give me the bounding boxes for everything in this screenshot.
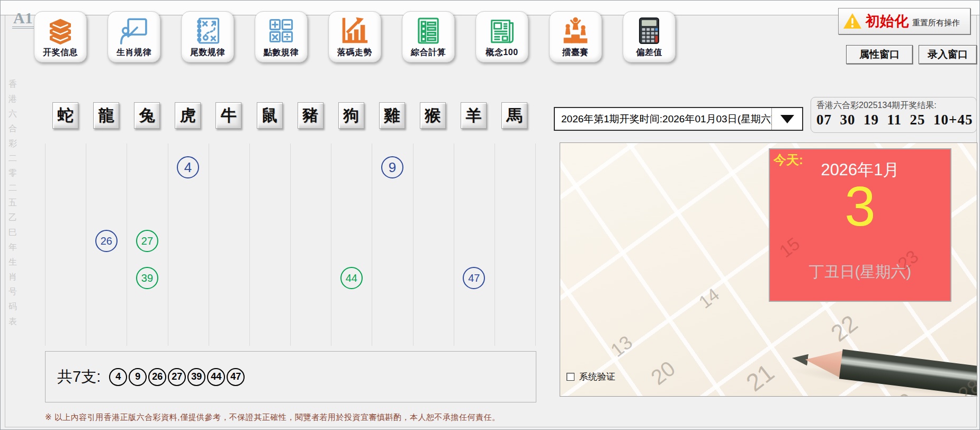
calendar-day-detail: 丁丑日(星期六): [770, 262, 950, 283]
tool-button-trend[interactable]: 落碼走勢: [328, 11, 381, 62]
tab-zodiac-10[interactable]: 猴: [420, 102, 446, 129]
tab-zodiac-4[interactable]: 虎: [175, 102, 201, 129]
vertical-title-char: 年: [7, 242, 19, 253]
tab-zodiac-6[interactable]: 鼠: [257, 102, 283, 129]
vertical-title-char: 巳: [7, 227, 19, 238]
pencil-wood-cone: [804, 346, 844, 378]
number-mark-27: 27: [136, 230, 158, 252]
column-gridline: [45, 144, 46, 346]
entry-window-button[interactable]: 录入窗口: [919, 45, 977, 64]
calendar-photo-number: 21: [742, 360, 778, 396]
tab-zodiac-7[interactable]: 豬: [298, 102, 323, 129]
left-vertical-title: 香港六合彩二零二五乙巳年生肖号码表: [7, 79, 19, 327]
summary-circle-number: 27: [168, 368, 186, 386]
vertical-title-char: 合: [7, 123, 19, 135]
tool-button-draw-info[interactable]: 开奖信息: [34, 11, 87, 62]
tool-button-point-rule[interactable]: 點數規律: [255, 11, 308, 62]
math-operations-icon: [266, 15, 296, 47]
column-gridline: [331, 144, 331, 346]
system-verify-checkbox[interactable]: [567, 373, 574, 381]
properties-window-button[interactable]: 属性窗口: [846, 45, 913, 64]
vertical-title-char: 表: [7, 316, 19, 327]
tool-button-label: 擂臺賽: [550, 47, 601, 58]
tool-button-label: 尾数规律: [182, 47, 233, 58]
period-dropdown[interactable]: 2026年第1期开奖时间:2026年01月03日(星期六): [554, 107, 803, 131]
summary-circle-number: 47: [227, 368, 245, 386]
vertical-title-char: 号: [7, 286, 19, 298]
column-gridline: [454, 144, 454, 346]
column-gridline: [86, 144, 86, 346]
vertical-title-char: 二: [7, 183, 19, 194]
tab-zodiac-11[interactable]: 羊: [461, 102, 487, 129]
dropdown-arrow-button[interactable]: [771, 108, 802, 130]
tool-button-composite[interactable]: 綜合計算: [402, 11, 455, 62]
calendar-photo-number: 20: [647, 357, 679, 389]
summary-circle-number: 9: [129, 368, 147, 386]
summary-box: 共7支: 492627394447: [45, 351, 536, 402]
tab-zodiac-1[interactable]: 蛇: [52, 102, 78, 129]
vertical-title-char: 生: [7, 257, 19, 268]
column-gridline: [372, 144, 372, 346]
chevron-down-icon: [780, 115, 794, 123]
calendar-photo-number: 13: [607, 332, 636, 360]
vertical-title-char: 乙: [7, 212, 19, 223]
tab-zodiac-3[interactable]: 兔: [134, 102, 160, 129]
strategy-notebook-icon: [192, 15, 223, 47]
newspaper-icon: [487, 15, 517, 47]
period-dropdown-value: 2026年第1期开奖时间:2026年01月03日(星期六): [555, 112, 771, 126]
initialize-button[interactable]: 初始化 重置所有操作: [838, 8, 970, 34]
summary-label: 共7支:: [57, 366, 105, 388]
tab-zodiac-9[interactable]: 雞: [379, 102, 405, 129]
number-mark-39: 39: [136, 267, 158, 289]
number-mark-47: 47: [463, 267, 485, 289]
tool-button-label: 概念100: [476, 47, 528, 58]
tool-button-label: 偏差值: [623, 47, 675, 58]
tool-button-zodiac-rule[interactable]: 生肖规律: [107, 11, 160, 62]
column-gridline: [290, 144, 291, 346]
podium-winners-icon: [560, 15, 591, 47]
column-gridline: [209, 144, 209, 346]
vertical-title-char: 彩: [7, 138, 19, 149]
vertical-title-char: 六: [7, 109, 19, 120]
number-mark-9: 9: [381, 156, 403, 178]
tab-zodiac-12[interactable]: 馬: [501, 102, 527, 129]
disclaimer-text: ※ 以上內容引用香港正版六合彩資料,僅提供參考，不保證其正確性，閱覽者若用於投資…: [45, 413, 500, 423]
app-window: A1 开奖信息 生肖规律: [0, 0, 980, 430]
tool-button-label: 开奖信息: [34, 47, 86, 58]
system-verify-row: 系统验证: [567, 371, 615, 383]
tab-zodiac-2[interactable]: 龍: [93, 102, 119, 129]
system-verify-label: 系统验证: [579, 371, 615, 383]
presenter-board-icon: [119, 15, 149, 47]
number-mark-4: 4: [177, 156, 199, 178]
summary-circle-number: 26: [148, 368, 166, 386]
tool-button-tail-rule[interactable]: 尾数规律: [181, 11, 234, 62]
calendar-photo-number: 14: [696, 285, 723, 311]
vertical-title-char: 肖: [7, 272, 19, 283]
cell-reference-label: A1: [12, 10, 34, 29]
zodiac-chart: 492627394447: [45, 144, 535, 346]
initialize-label: 初始化: [866, 12, 909, 31]
summary-circle-number: 4: [109, 368, 127, 386]
tool-button-arena[interactable]: 擂臺賽: [549, 11, 602, 62]
column-gridline: [495, 144, 495, 346]
calendar-day-number: 3: [770, 175, 950, 238]
last-draw-result-box: 香港六合彩2025134期开奖结果: 07 30 19 11 25 10+45: [811, 97, 977, 133]
tab-zodiac-5[interactable]: 牛: [215, 102, 241, 129]
vertical-title-char: 港: [7, 94, 19, 105]
last-draw-result-numbers: 07 30 19 11 25 10+45: [816, 112, 971, 128]
summary-circle-number: 39: [187, 368, 205, 386]
column-gridline: [249, 144, 250, 346]
column-gridline: [535, 144, 536, 346]
column-gridline: [168, 144, 168, 346]
vertical-title-char: 香: [7, 79, 19, 90]
summary-circle-number: 44: [207, 368, 225, 386]
tool-button-label: 生肖规律: [108, 47, 160, 58]
tool-button-deviation[interactable]: 偏差值: [623, 11, 676, 62]
calendar-panel: 今天: 2026年1月 3 丁丑日(星期六) 1523 系统验证 1413222…: [560, 142, 977, 397]
number-mark-26: 26: [95, 230, 118, 252]
vertical-title-char: 零: [7, 168, 19, 179]
vertical-title-char: 码: [7, 301, 19, 312]
tool-button-label: 點數規律: [255, 47, 307, 58]
tool-button-concept100[interactable]: 概念100: [475, 11, 528, 62]
tab-zodiac-8[interactable]: 狗: [338, 102, 364, 129]
